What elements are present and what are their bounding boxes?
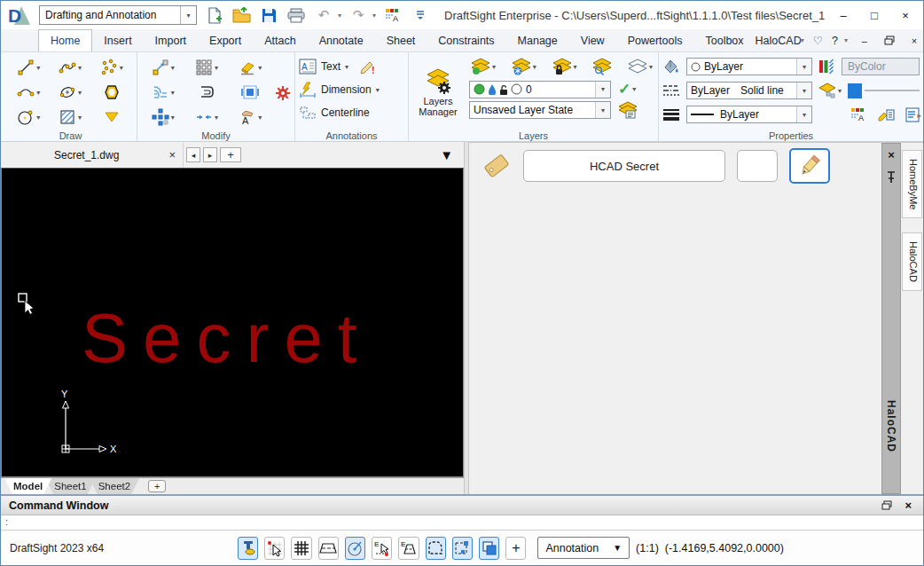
ellipse-button[interactable]: ▾ xyxy=(59,83,82,101)
layer-preview-button[interactable] xyxy=(618,101,638,119)
window-close-button[interactable]: × xyxy=(893,4,918,26)
explode-button[interactable]: ▾ xyxy=(152,108,175,126)
chevron-down-icon[interactable]: ▾ xyxy=(78,89,82,97)
tab-halocad-side[interactable]: HaloCAD xyxy=(902,232,922,291)
doc-restore-button[interactable] xyxy=(881,33,897,49)
chevron-down-icon[interactable]: ▾ xyxy=(492,63,496,71)
erase-button[interactable]: ▾ xyxy=(239,59,262,76)
tab-sheet[interactable]: Sheet xyxy=(375,29,427,51)
document-tab[interactable]: Secret_1.dwg × xyxy=(10,143,184,168)
entity-frames-toggle[interactable] xyxy=(426,537,446,560)
move-button[interactable]: ▾ xyxy=(152,59,175,76)
close-command-button[interactable]: × xyxy=(904,499,912,512)
show-grid-toggle[interactable] xyxy=(291,537,311,560)
command-input[interactable]: : xyxy=(1,515,923,530)
tab-powertools[interactable]: Powertools xyxy=(616,29,694,51)
grid-snap-toggle[interactable] xyxy=(264,537,285,560)
layer-state-combobox[interactable]: Unsaved Layer State ▾ xyxy=(469,101,611,119)
tab-model[interactable]: Model xyxy=(4,478,51,494)
new-document-tab-button[interactable]: + xyxy=(220,147,241,162)
tab-scroll-right-button[interactable]: ▸ xyxy=(203,147,217,162)
open-file-button[interactable] xyxy=(231,4,252,26)
overlap-entities-toggle[interactable] xyxy=(479,537,499,560)
chevron-down-icon[interactable]: ▾ xyxy=(796,83,811,98)
chevron-down-icon[interactable]: ▾ xyxy=(574,63,577,71)
chevron-down-icon[interactable]: ▾ xyxy=(376,86,380,94)
chevron-down-icon[interactable]: ▾ xyxy=(649,63,653,71)
fill-color-icon[interactable] xyxy=(662,59,680,75)
tab-homebyme[interactable]: HomeByMe xyxy=(902,150,922,218)
ribbon-scroll-right-icon[interactable]: ▸ xyxy=(917,111,921,120)
tab-halocad[interactable]: HaloCAD ▾ xyxy=(756,35,804,47)
undo-button[interactable]: ↶ xyxy=(313,4,334,26)
chevron-down-icon[interactable]: ▾ xyxy=(838,87,842,95)
chevron-down-icon[interactable]: ▾ xyxy=(258,64,262,72)
text-tool-button[interactable]: A xyxy=(299,59,317,75)
chevron-down-icon[interactable]: ▾ xyxy=(632,85,636,93)
panel-close-button[interactable]: × xyxy=(888,151,895,160)
offset-button[interactable] xyxy=(198,83,215,101)
tab-manage[interactable]: Manage xyxy=(506,29,569,51)
tab-sheet1[interactable]: Sheet1 xyxy=(45,478,95,494)
centerline-tool-label[interactable]: Centerline xyxy=(321,106,370,119)
pattern-button[interactable]: ▾ xyxy=(195,59,218,76)
power-trim-button[interactable] xyxy=(274,84,292,102)
edit-classification-button[interactable] xyxy=(789,148,830,184)
hcad-empty-field[interactable] xyxy=(737,150,778,182)
redo-button[interactable]: ↷ xyxy=(348,4,369,26)
quick-edit-button[interactable] xyxy=(877,107,895,122)
tab-import[interactable]: Import xyxy=(144,29,198,51)
line-weight-combobox[interactable]: ByLayer ▾ xyxy=(686,106,812,123)
chevron-down-icon[interactable]: ▾ xyxy=(78,114,82,122)
rich-line-icon[interactable] xyxy=(818,59,834,75)
polygon-button[interactable] xyxy=(103,83,121,101)
new-file-button[interactable] xyxy=(203,4,224,26)
active-layer-combobox[interactable]: 0 ▾ xyxy=(469,81,611,98)
text-tool-label[interactable]: Text xyxy=(321,60,341,73)
chevron-down-icon[interactable]: ▾ xyxy=(171,114,175,122)
tab-export[interactable]: Export xyxy=(198,29,253,51)
qat-overflow-button[interactable] xyxy=(410,4,431,26)
drawing-canvas[interactable]: Secret Y X xyxy=(1,168,464,477)
tab-scroll-left-button[interactable]: ◂ xyxy=(186,147,200,162)
chevron-down-icon[interactable]: ▾ xyxy=(796,59,811,75)
chevron-down-icon[interactable]: ▾ xyxy=(78,64,82,72)
window-minimize-button[interactable]: – xyxy=(831,4,856,26)
tab-attach[interactable]: Attach xyxy=(253,29,307,51)
tab-constraints[interactable]: Constraints xyxy=(427,29,505,51)
line-button[interactable]: ▾ xyxy=(17,59,40,76)
layer-lock-button[interactable]: ▾ xyxy=(552,58,577,75)
chevron-down-icon[interactable]: ▾ xyxy=(36,89,40,97)
help-dropdown[interactable]: ▾ xyxy=(844,36,848,44)
workspace-selector[interactable]: Drafting and Annotation ▾ xyxy=(39,5,197,25)
float-panel-button[interactable] xyxy=(881,500,892,510)
annotation-style-button[interactable]: A xyxy=(850,107,866,122)
tab-annotate[interactable]: Annotate xyxy=(308,29,375,51)
polar-toggle[interactable] xyxy=(345,537,365,560)
interface-style-button[interactable]: A xyxy=(382,4,403,26)
pin-icon[interactable] xyxy=(886,170,897,184)
chevron-down-icon[interactable]: ▾ xyxy=(533,63,536,71)
doc-minimize-button[interactable]: – xyxy=(857,33,873,49)
chevron-down-icon[interactable]: ▾ xyxy=(120,64,123,72)
tab-insert[interactable]: Insert xyxy=(92,29,143,51)
redo-dropdown[interactable]: ▾ xyxy=(372,12,376,20)
chevron-down-icon[interactable]: ▾ xyxy=(345,63,348,71)
line-style-combobox[interactable]: ByLayer Solid line ▾ xyxy=(686,82,812,99)
entity-snap-toggle[interactable]: E xyxy=(372,537,392,560)
window-maximize-button[interactable]: □ xyxy=(862,4,887,26)
chevron-down-icon[interactable]: ▾ xyxy=(215,114,218,122)
save-button[interactable] xyxy=(258,4,279,26)
apply-layer-button[interactable]: ✓ ▾ xyxy=(618,80,636,98)
layer-freeze-button[interactable]: ▾ xyxy=(512,58,536,75)
chevron-down-icon[interactable]: ▾ xyxy=(595,102,610,118)
selection-effects-toggle[interactable] xyxy=(452,537,473,560)
tab-sheet2[interactable]: Sheet2 xyxy=(90,478,139,494)
entity-track-toggle[interactable]: E xyxy=(398,537,419,560)
dimension-tool-label[interactable]: Dimension xyxy=(321,83,372,96)
tab-view[interactable]: View xyxy=(569,29,616,51)
arc-button[interactable]: ▾ xyxy=(17,83,40,101)
edit-annotation-button[interactable]: A ▾ xyxy=(239,108,262,126)
solid-button[interactable] xyxy=(103,108,121,126)
add-sheet-button[interactable]: + xyxy=(148,480,166,492)
